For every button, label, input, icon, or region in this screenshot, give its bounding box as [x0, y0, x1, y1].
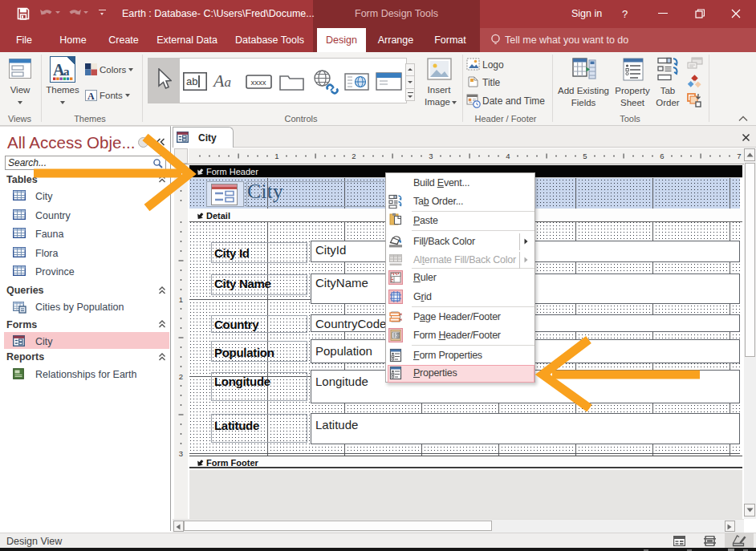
svg-text:1: 1 — [179, 295, 183, 304]
svg-text:5: 5 — [583, 152, 587, 160]
svg-text:2: 2 — [352, 152, 356, 160]
svg-text:3: 3 — [179, 449, 183, 458]
svg-text:ab: ab — [186, 75, 197, 87]
svg-text:3: 3 — [429, 152, 433, 160]
svg-text:xxxx: xxxx — [251, 78, 266, 87]
svg-text:6: 6 — [660, 152, 664, 160]
svg-text:2: 2 — [179, 372, 183, 381]
svg-text:4: 4 — [506, 152, 510, 160]
svg-text:a: a — [63, 65, 70, 78]
svg-text:1: 1 — [274, 152, 278, 160]
svg-text:7: 7 — [737, 152, 741, 160]
svg-text:A: A — [87, 91, 95, 102]
